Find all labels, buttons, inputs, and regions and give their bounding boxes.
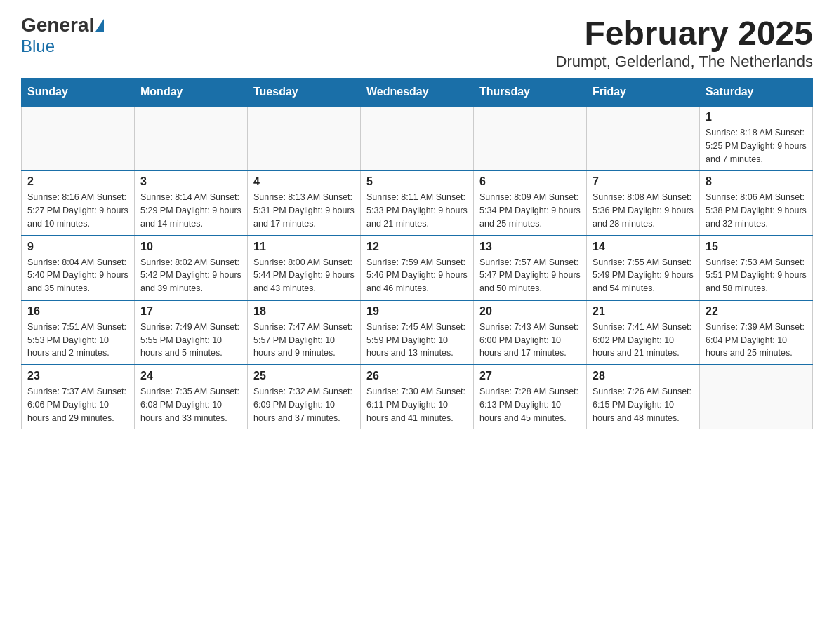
- day-info: Sunrise: 7:26 AM Sunset: 6:15 PM Dayligh…: [593, 385, 694, 424]
- day-info: Sunrise: 7:49 AM Sunset: 5:55 PM Dayligh…: [140, 321, 241, 360]
- calendar-week-row: 1Sunrise: 8:18 AM Sunset: 5:25 PM Daylig…: [22, 106, 813, 170]
- calendar-cell: 8Sunrise: 8:06 AM Sunset: 5:38 PM Daylig…: [700, 170, 813, 235]
- day-info: Sunrise: 8:06 AM Sunset: 5:38 PM Dayligh…: [706, 191, 807, 230]
- day-number: 25: [253, 370, 355, 382]
- calendar-cell: 11Sunrise: 8:00 AM Sunset: 5:44 PM Dayli…: [248, 236, 361, 300]
- page-subtitle: Drumpt, Gelderland, The Netherlands: [556, 53, 813, 71]
- day-number: 22: [706, 305, 807, 318]
- calendar-cell: 28Sunrise: 7:26 AM Sunset: 6:15 PM Dayli…: [587, 365, 700, 429]
- day-info: Sunrise: 8:08 AM Sunset: 5:36 PM Dayligh…: [593, 191, 694, 230]
- calendar-cell: 4Sunrise: 8:13 AM Sunset: 5:31 PM Daylig…: [248, 170, 361, 235]
- calendar-cell: 27Sunrise: 7:28 AM Sunset: 6:13 PM Dayli…: [474, 365, 587, 429]
- title-section: February 2025 Drumpt, Gelderland, The Ne…: [556, 14, 813, 71]
- day-number: 21: [593, 305, 694, 318]
- day-info: Sunrise: 8:16 AM Sunset: 5:27 PM Dayligh…: [27, 191, 128, 230]
- day-info: Sunrise: 7:53 AM Sunset: 5:51 PM Dayligh…: [706, 256, 807, 295]
- day-info: Sunrise: 7:30 AM Sunset: 6:11 PM Dayligh…: [366, 385, 468, 424]
- calendar-cell: [22, 106, 135, 170]
- page-header: General Blue February 2025 Drumpt, Gelde…: [21, 14, 813, 71]
- day-number: 24: [140, 370, 241, 382]
- day-number: 17: [140, 305, 241, 318]
- day-info: Sunrise: 7:28 AM Sunset: 6:13 PM Dayligh…: [479, 385, 581, 424]
- day-number: 2: [27, 175, 128, 188]
- day-header-sunday: Sunday: [22, 79, 135, 107]
- calendar-cell: 7Sunrise: 8:08 AM Sunset: 5:36 PM Daylig…: [587, 170, 700, 235]
- day-info: Sunrise: 7:43 AM Sunset: 6:00 PM Dayligh…: [479, 321, 581, 360]
- page-title: February 2025: [556, 14, 813, 53]
- calendar-cell: 18Sunrise: 7:47 AM Sunset: 5:57 PM Dayli…: [248, 300, 361, 365]
- day-info: Sunrise: 8:00 AM Sunset: 5:44 PM Dayligh…: [253, 256, 355, 295]
- day-number: 5: [366, 175, 468, 188]
- calendar-cell: [135, 106, 248, 170]
- calendar-header-row: SundayMondayTuesdayWednesdayThursdayFrid…: [22, 79, 813, 107]
- calendar-cell: [248, 106, 361, 170]
- calendar-cell: 5Sunrise: 8:11 AM Sunset: 5:33 PM Daylig…: [361, 170, 474, 235]
- calendar-cell: 20Sunrise: 7:43 AM Sunset: 6:00 PM Dayli…: [474, 300, 587, 365]
- day-number: 11: [253, 241, 355, 253]
- day-number: 9: [27, 241, 128, 253]
- day-number: 3: [140, 175, 241, 188]
- calendar-cell: [587, 106, 700, 170]
- calendar-week-row: 2Sunrise: 8:16 AM Sunset: 5:27 PM Daylig…: [22, 170, 813, 235]
- calendar-week-row: 16Sunrise: 7:51 AM Sunset: 5:53 PM Dayli…: [22, 300, 813, 365]
- day-info: Sunrise: 7:32 AM Sunset: 6:09 PM Dayligh…: [253, 385, 355, 424]
- day-number: 14: [593, 241, 694, 253]
- day-info: Sunrise: 7:39 AM Sunset: 6:04 PM Dayligh…: [706, 321, 807, 360]
- day-header-tuesday: Tuesday: [248, 79, 361, 107]
- calendar-cell: 14Sunrise: 7:55 AM Sunset: 5:49 PM Dayli…: [587, 236, 700, 300]
- calendar-week-row: 9Sunrise: 8:04 AM Sunset: 5:40 PM Daylig…: [22, 236, 813, 300]
- day-number: 15: [706, 241, 807, 253]
- day-info: Sunrise: 8:09 AM Sunset: 5:34 PM Dayligh…: [479, 191, 581, 230]
- day-number: 26: [366, 370, 468, 382]
- calendar-cell: 13Sunrise: 7:57 AM Sunset: 5:47 PM Dayli…: [474, 236, 587, 300]
- logo-blue-text: Blue: [21, 36, 55, 56]
- calendar-table: SundayMondayTuesdayWednesdayThursdayFrid…: [21, 78, 813, 429]
- day-number: 27: [479, 370, 581, 382]
- calendar-cell: 3Sunrise: 8:14 AM Sunset: 5:29 PM Daylig…: [135, 170, 248, 235]
- logo-triangle-icon: [95, 19, 104, 32]
- calendar-cell: 25Sunrise: 7:32 AM Sunset: 6:09 PM Dayli…: [248, 365, 361, 429]
- calendar-cell: 10Sunrise: 8:02 AM Sunset: 5:42 PM Dayli…: [135, 236, 248, 300]
- calendar-cell: [700, 365, 813, 429]
- day-header-friday: Friday: [587, 79, 700, 107]
- calendar-cell: 21Sunrise: 7:41 AM Sunset: 6:02 PM Dayli…: [587, 300, 700, 365]
- day-header-saturday: Saturday: [700, 79, 813, 107]
- day-number: 18: [253, 305, 355, 318]
- calendar-cell: 19Sunrise: 7:45 AM Sunset: 5:59 PM Dayli…: [361, 300, 474, 365]
- day-info: Sunrise: 7:57 AM Sunset: 5:47 PM Dayligh…: [479, 256, 581, 295]
- day-number: 16: [27, 305, 128, 318]
- calendar-cell: 16Sunrise: 7:51 AM Sunset: 5:53 PM Dayli…: [22, 300, 135, 365]
- calendar-week-row: 23Sunrise: 7:37 AM Sunset: 6:06 PM Dayli…: [22, 365, 813, 429]
- day-number: 4: [253, 175, 355, 188]
- day-number: 23: [27, 370, 128, 382]
- day-number: 1: [706, 111, 807, 123]
- day-number: 7: [593, 175, 694, 188]
- day-number: 6: [479, 175, 581, 188]
- day-header-monday: Monday: [135, 79, 248, 107]
- calendar-cell: [361, 106, 474, 170]
- calendar-cell: 2Sunrise: 8:16 AM Sunset: 5:27 PM Daylig…: [22, 170, 135, 235]
- day-number: 19: [366, 305, 468, 318]
- day-info: Sunrise: 8:04 AM Sunset: 5:40 PM Dayligh…: [27, 256, 128, 295]
- calendar-cell: 24Sunrise: 7:35 AM Sunset: 6:08 PM Dayli…: [135, 365, 248, 429]
- logo: General Blue: [21, 14, 105, 56]
- day-number: 10: [140, 241, 241, 253]
- day-number: 13: [479, 241, 581, 253]
- day-info: Sunrise: 7:35 AM Sunset: 6:08 PM Dayligh…: [140, 385, 241, 424]
- day-header-wednesday: Wednesday: [361, 79, 474, 107]
- day-info: Sunrise: 7:55 AM Sunset: 5:49 PM Dayligh…: [593, 256, 694, 295]
- day-info: Sunrise: 8:13 AM Sunset: 5:31 PM Dayligh…: [253, 191, 355, 230]
- day-number: 20: [479, 305, 581, 318]
- day-number: 28: [593, 370, 694, 382]
- calendar-cell: 23Sunrise: 7:37 AM Sunset: 6:06 PM Dayli…: [22, 365, 135, 429]
- day-number: 12: [366, 241, 468, 253]
- calendar-cell: [474, 106, 587, 170]
- day-info: Sunrise: 7:37 AM Sunset: 6:06 PM Dayligh…: [27, 385, 128, 424]
- calendar-cell: 26Sunrise: 7:30 AM Sunset: 6:11 PM Dayli…: [361, 365, 474, 429]
- calendar-cell: 17Sunrise: 7:49 AM Sunset: 5:55 PM Dayli…: [135, 300, 248, 365]
- logo-general-text: General: [21, 14, 94, 36]
- calendar-cell: 15Sunrise: 7:53 AM Sunset: 5:51 PM Dayli…: [700, 236, 813, 300]
- day-info: Sunrise: 8:18 AM Sunset: 5:25 PM Dayligh…: [706, 126, 807, 166]
- day-info: Sunrise: 8:02 AM Sunset: 5:42 PM Dayligh…: [140, 256, 241, 295]
- day-number: 8: [706, 175, 807, 188]
